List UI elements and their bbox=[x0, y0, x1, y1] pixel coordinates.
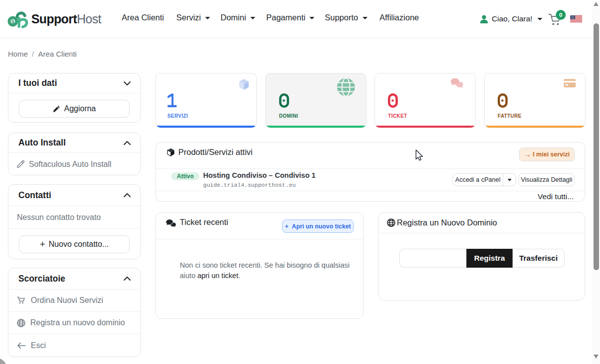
svg-text:s: s bbox=[11, 18, 15, 25]
